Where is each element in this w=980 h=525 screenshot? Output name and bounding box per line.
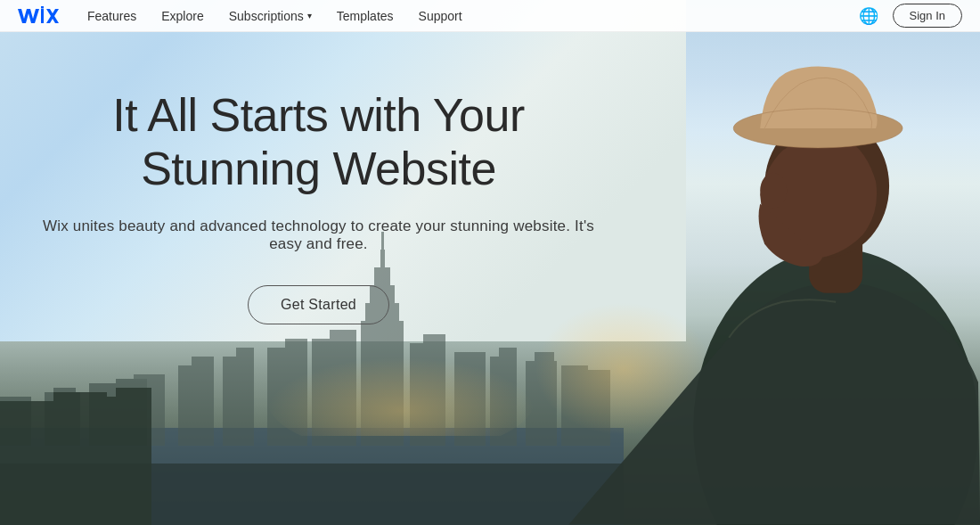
hero-content: It All Starts with Your Stunning Website… bbox=[0, 89, 637, 324]
hero-subtitle: Wix unites beauty and advanced technolog… bbox=[36, 217, 601, 253]
nav-support[interactable]: Support bbox=[419, 9, 462, 23]
navbar: Features Explore Subscriptions ▾ Templat… bbox=[0, 0, 980, 32]
nav-features[interactable]: Features bbox=[87, 9, 136, 23]
nav-subscriptions[interactable]: Subscriptions ▾ bbox=[229, 9, 312, 23]
nav-templates[interactable]: Templates bbox=[337, 9, 394, 23]
chevron-down-icon: ▾ bbox=[307, 11, 312, 21]
svg-rect-15 bbox=[192, 357, 214, 446]
svg-rect-13 bbox=[236, 348, 254, 446]
get-started-button[interactable]: Get Started bbox=[248, 285, 389, 324]
sign-in-button[interactable]: Sign In bbox=[893, 4, 962, 28]
svg-rect-42 bbox=[41, 9, 44, 23]
svg-point-41 bbox=[267, 347, 535, 436]
horizon-glow bbox=[267, 329, 535, 436]
globe-icon[interactable]: 🌐 bbox=[859, 6, 878, 26]
svg-rect-43 bbox=[41, 6, 44, 9]
wix-logo[interactable] bbox=[18, 6, 61, 26]
hero-title: It All Starts with Your Stunning Website bbox=[36, 89, 601, 196]
nav-links: Features Explore Subscriptions ▾ Templat… bbox=[87, 9, 859, 23]
nav-right: 🌐 Sign In bbox=[859, 4, 962, 28]
nav-explore[interactable]: Explore bbox=[161, 9, 203, 23]
svg-point-40 bbox=[760, 173, 787, 209]
svg-rect-34 bbox=[116, 388, 151, 525]
wix-logo-svg bbox=[18, 6, 61, 26]
